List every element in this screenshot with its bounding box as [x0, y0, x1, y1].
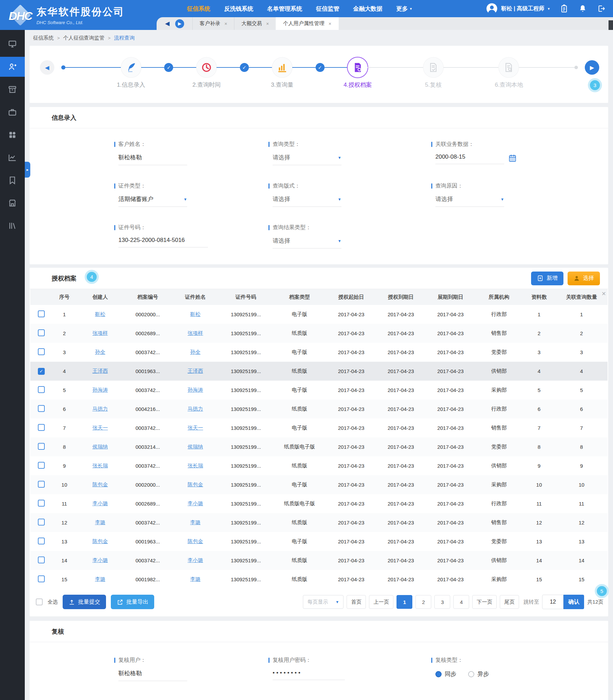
person-link[interactable]: 王泽西: [92, 368, 108, 374]
person-link[interactable]: 张长瑞: [188, 463, 203, 468]
person-link[interactable]: 李璐: [190, 519, 201, 525]
nav-item[interactable]: 更多▾: [396, 5, 412, 13]
person-link[interactable]: 孙海涛: [92, 387, 108, 393]
breadcrumb-item[interactable]: 征信系统: [33, 35, 54, 41]
tab[interactable]: 大额交易×: [234, 17, 276, 30]
field-select[interactable]: 活期储蓄账户▼: [118, 195, 187, 207]
person-link[interactable]: 李小璐: [188, 557, 203, 563]
person-link[interactable]: 李小璐: [92, 500, 108, 506]
person-link[interactable]: 王泽西: [188, 368, 203, 374]
tab[interactable]: 个人用户属性管理×: [276, 17, 338, 30]
clipboard-icon[interactable]: [560, 4, 568, 13]
sidebar-item-books[interactable]: [0, 216, 25, 236]
step-5[interactable]: 5.复核: [423, 57, 443, 77]
prev-page-button[interactable]: 上一页: [369, 595, 393, 609]
person-link[interactable]: 李小璐: [92, 557, 108, 563]
row-checkbox[interactable]: [38, 329, 45, 336]
tab-scroll-right-icon[interactable]: ▶: [175, 19, 184, 28]
step-6[interactable]: 6.查询本地: [499, 57, 519, 77]
person-link[interactable]: 侯瑞纳: [92, 444, 108, 449]
nav-item[interactable]: 反洗钱系统: [224, 5, 253, 13]
sidebar-item-user-plus[interactable]: [0, 57, 25, 77]
sidebar-item-briefcase[interactable]: [0, 102, 25, 122]
select-button[interactable]: 选择: [568, 272, 600, 285]
row-checkbox[interactable]: [38, 462, 45, 469]
tab-scroll-left-icon[interactable]: ◀: [163, 19, 172, 28]
person-link[interactable]: 陈包金: [188, 538, 203, 544]
tab-close-icon[interactable]: ×: [328, 21, 331, 26]
person-link[interactable]: 张长瑞: [92, 463, 108, 468]
field-input[interactable]: 130-225-2000-0814-5016: [118, 237, 208, 247]
calendar-icon[interactable]: [508, 154, 517, 162]
person-link[interactable]: 孙海涛: [188, 387, 203, 393]
close-icon[interactable]: ✕: [602, 291, 606, 297]
user-menu[interactable]: 靳松 | 高级工程师 ▾: [486, 3, 550, 14]
radio-异步[interactable]: 异步: [468, 670, 489, 678]
person-link[interactable]: 李璐: [95, 576, 105, 582]
page-button[interactable]: 2: [415, 595, 431, 609]
jump-page-input[interactable]: [542, 595, 563, 609]
row-checkbox[interactable]: [38, 481, 45, 488]
step-2[interactable]: 2.查询时间: [197, 57, 216, 77]
person-link[interactable]: 陈包金: [92, 481, 108, 487]
person-link[interactable]: 张天一: [188, 425, 203, 431]
row-checkbox[interactable]: [38, 538, 45, 544]
scrollbar-nub[interactable]: [609, 20, 613, 30]
next-page-button[interactable]: 下一页: [472, 595, 497, 609]
person-link[interactable]: 李璐: [190, 576, 201, 582]
batch-export-button[interactable]: 批量导出: [111, 595, 154, 609]
select-all-checkbox[interactable]: [36, 598, 43, 605]
sidebar-expand-handle[interactable]: ▸: [25, 162, 30, 178]
batch-submit-button[interactable]: 批量提交: [63, 595, 106, 609]
person-link[interactable]: 李璐: [95, 519, 105, 525]
field-select[interactable]: 请选择▼: [273, 237, 341, 248]
field-select[interactable]: 请选择▼: [273, 153, 341, 165]
sidebar-item-grid[interactable]: [0, 125, 25, 145]
row-checkbox[interactable]: ✓: [38, 368, 45, 375]
person-link[interactable]: 张天一: [92, 425, 108, 431]
row-checkbox[interactable]: [38, 556, 45, 563]
field-select[interactable]: 请选择▼: [273, 195, 341, 207]
person-link[interactable]: 马德力: [188, 406, 203, 412]
breadcrumb-item[interactable]: 个人征信查询监管: [63, 35, 105, 41]
review-user-input[interactable]: 靳松格勒: [118, 669, 187, 681]
row-checkbox[interactable]: [38, 443, 45, 450]
nav-item[interactable]: 金融大数据: [353, 5, 382, 13]
person-link[interactable]: 李小璐: [188, 500, 203, 506]
review-password-input[interactable]: • • • • • • • •: [273, 669, 345, 680]
tab-close-icon[interactable]: ×: [266, 21, 269, 26]
radio-同步[interactable]: 同步: [435, 670, 456, 678]
page-button[interactable]: 1: [397, 595, 412, 609]
nav-item[interactable]: 征信系统: [187, 5, 210, 13]
nav-item[interactable]: 名单管理系统: [267, 5, 302, 13]
person-link[interactable]: 靳松: [95, 311, 105, 317]
person-link[interactable]: 马德力: [92, 406, 108, 412]
first-page-button[interactable]: 首页: [347, 595, 366, 609]
row-checkbox[interactable]: [38, 310, 45, 317]
person-link[interactable]: 孙全: [95, 349, 105, 355]
sidebar-item-chart-line[interactable]: [0, 148, 25, 168]
row-checkbox[interactable]: [38, 386, 45, 393]
person-link[interactable]: 侯瑞纳: [188, 444, 203, 449]
sidebar-item-archive[interactable]: [0, 79, 25, 99]
tab-close-icon[interactable]: ×: [224, 21, 227, 26]
field-input[interactable]: 2000-08-15: [435, 153, 504, 164]
person-link[interactable]: 陈包金: [92, 538, 108, 544]
sidebar-item-book[interactable]: [0, 170, 25, 190]
row-checkbox[interactable]: [38, 348, 45, 355]
nav-item[interactable]: 征信监管: [316, 5, 339, 13]
stepper-prev-button[interactable]: ◀: [40, 60, 54, 75]
sidebar-item-building[interactable]: [0, 193, 25, 213]
person-link[interactable]: 陈包金: [188, 481, 203, 487]
row-checkbox[interactable]: [38, 500, 45, 507]
tab[interactable]: 客户补录×: [192, 17, 234, 30]
per-page-select[interactable]: 每页显示 ▼: [303, 595, 344, 609]
row-checkbox[interactable]: [38, 424, 45, 431]
step-1[interactable]: 1.信息录入: [121, 57, 141, 77]
person-link[interactable]: 张项样: [188, 330, 203, 336]
row-checkbox[interactable]: [38, 405, 45, 412]
page-button[interactable]: 4: [453, 595, 469, 609]
jump-confirm-button[interactable]: 确认: [563, 595, 584, 609]
row-checkbox[interactable]: [38, 575, 45, 582]
stepper-next-button[interactable]: ▶: [585, 60, 599, 75]
